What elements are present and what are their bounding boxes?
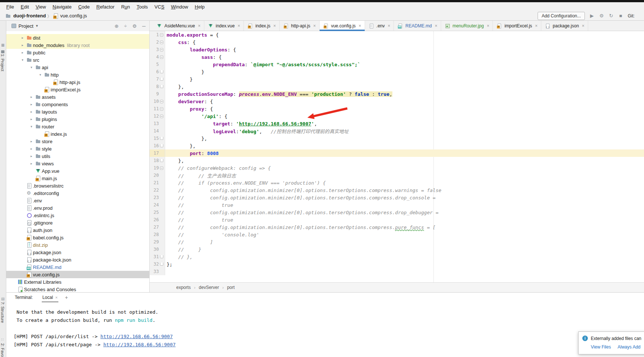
tree-row-src[interactable]: ▾src xyxy=(6,56,149,64)
toolwindow-grid-icon[interactable]: ▦ xyxy=(1,43,4,47)
fold-open-icon[interactable] xyxy=(160,41,163,44)
tree-row-browserslistrc[interactable]: .browserslistrc xyxy=(6,182,149,189)
menu-item-tools[interactable]: Tools xyxy=(133,4,151,10)
code-editor[interactable]: 1module.exports = {2 css: {3 loaderOptio… xyxy=(150,31,644,282)
collapse-all-icon[interactable]: ÷ xyxy=(124,23,127,29)
chevron-collapsed-icon[interactable]: ▸ xyxy=(19,36,26,40)
editor-crumb-port[interactable]: port xyxy=(227,285,235,290)
close-icon[interactable]: × xyxy=(273,23,276,28)
close-icon[interactable]: × xyxy=(435,23,437,28)
chevron-expanded-icon[interactable]: ▾ xyxy=(28,65,35,69)
tree-row-package-lock-json[interactable]: package-lock.json xyxy=(6,256,149,263)
new-terminal-icon[interactable]: + xyxy=(65,294,68,300)
fold-end-icon[interactable] xyxy=(160,263,163,266)
menu-item-view[interactable]: View xyxy=(32,4,49,10)
git-widget-label[interactable]: Git: xyxy=(628,13,637,18)
tab-index-js[interactable]: index.js× xyxy=(244,21,280,31)
tree-row-assets[interactable]: ▸assets xyxy=(6,93,149,101)
chevron-expanded-icon[interactable]: ▾ xyxy=(28,125,35,128)
fold-marker[interactable] xyxy=(159,255,164,258)
chevron-collapsed-icon[interactable]: ▸ xyxy=(28,139,35,143)
stripe-favorites-button[interactable]: 2: Favorites xyxy=(0,343,5,357)
project-panel-title[interactable]: Project xyxy=(18,23,33,29)
fold-open-icon[interactable] xyxy=(160,115,163,118)
menu-item-file[interactable]: File xyxy=(3,4,17,10)
tree-row-auth-json[interactable]: auth.json xyxy=(6,226,149,234)
tab-package-json[interactable]: package.json× xyxy=(541,21,588,31)
tab-vue-config-js[interactable]: vue.config.js× xyxy=(320,21,365,31)
menu-item-edit[interactable]: Edit xyxy=(17,4,32,10)
run-icon[interactable]: ▶ xyxy=(589,13,595,18)
chevron-collapsed-icon[interactable]: ▸ xyxy=(28,154,35,158)
tree-row-readme-md[interactable]: README.md xyxy=(6,263,149,271)
fold-marker[interactable] xyxy=(159,55,164,59)
fold-marker[interactable] xyxy=(159,263,164,266)
menu-item-window[interactable]: Window xyxy=(168,4,191,10)
fold-end-icon[interactable] xyxy=(160,78,163,81)
chevron-collapsed-icon[interactable]: ▸ xyxy=(28,162,35,165)
chevron-collapsed-icon[interactable]: ▸ xyxy=(28,110,35,114)
chevron-collapsed-icon[interactable]: ▸ xyxy=(28,147,35,151)
tab-menurouter-jpg[interactable]: menuRouter.jpg× xyxy=(441,21,493,31)
fold-marker[interactable] xyxy=(159,70,164,73)
tree-row-style[interactable]: ▸style xyxy=(6,145,149,152)
tree-row-editorconfig[interactable]: .editorconfig xyxy=(6,189,149,197)
tab-readme-md[interactable]: README.md× xyxy=(394,21,441,31)
menu-item-vcs[interactable]: VCS xyxy=(151,4,168,10)
tree-row-http[interactable]: ▾http xyxy=(6,71,149,78)
stripe-structure-button[interactable]: 7: Structure xyxy=(0,302,5,323)
stripe-project-button[interactable]: 1: Project xyxy=(0,50,5,71)
tab-http-api-js[interactable]: http-api.js× xyxy=(280,21,320,31)
fold-marker[interactable] xyxy=(159,137,164,140)
tree-row-env-prod[interactable]: .env.prod xyxy=(6,204,149,212)
tree-row-eslintrc-js[interactable]: .eslintrc.js xyxy=(6,212,149,219)
always-add-link[interactable]: Always Add xyxy=(617,344,640,350)
fold-end-icon[interactable] xyxy=(160,144,163,147)
tree-row-env[interactable]: .env xyxy=(6,197,149,204)
stop-icon[interactable]: ■ xyxy=(617,13,624,18)
tree-row-public[interactable]: ▸public xyxy=(6,49,149,56)
chevron-expanded-icon[interactable]: ▾ xyxy=(37,73,44,77)
tree-row-node-modules[interactable]: ▸node_moduleslibrary root xyxy=(6,41,149,49)
tree-row-dist-zip[interactable]: dist.zip xyxy=(6,241,149,249)
menu-item-navigate[interactable]: Navigate xyxy=(49,4,75,10)
tree-row-dist[interactable]: ▸dist xyxy=(6,34,149,41)
fold-marker[interactable] xyxy=(159,41,164,44)
close-icon[interactable]: × xyxy=(487,23,489,28)
view-files-link[interactable]: View Files xyxy=(591,344,611,350)
terminal-tab-local[interactable]: Local× xyxy=(42,293,58,302)
tree-row-gitignore[interactable]: .gitignore xyxy=(6,219,149,226)
close-icon[interactable]: × xyxy=(359,23,361,28)
tree-row-babel-config-js[interactable]: babel.config.js xyxy=(6,234,149,241)
chevron-collapsed-icon[interactable]: ▸ xyxy=(28,102,35,106)
fold-open-icon[interactable] xyxy=(160,48,163,51)
close-icon[interactable]: × xyxy=(388,23,390,28)
locate-icon[interactable]: ⊕ xyxy=(115,23,119,29)
fold-open-icon[interactable] xyxy=(160,166,163,170)
structure-icon[interactable]: ▤ xyxy=(1,297,4,301)
fold-marker[interactable] xyxy=(159,115,164,118)
fold-open-icon[interactable] xyxy=(160,33,163,37)
fold-marker[interactable] xyxy=(159,48,164,51)
tree-row-index-js[interactable]: index.js xyxy=(6,130,149,138)
fold-marker[interactable] xyxy=(159,78,164,81)
tab-asidemenu-vue[interactable]: AsideMenu.vue× xyxy=(153,21,204,31)
tree-row-scratches-and-consoles[interactable]: Scratches and Consoles xyxy=(6,286,149,292)
add-configuration-button[interactable]: Add Configuration... xyxy=(538,12,585,20)
tree-row-utils[interactable]: ▸utils xyxy=(6,152,149,160)
tree-row-router[interactable]: ▾router xyxy=(6,123,149,130)
tree-row-components[interactable]: ▸components xyxy=(6,101,149,108)
chevron-collapsed-icon[interactable]: ▸ xyxy=(28,117,35,121)
gear-icon[interactable]: ⚙ xyxy=(598,13,605,18)
close-icon[interactable]: × xyxy=(238,23,240,28)
fold-marker[interactable] xyxy=(159,144,164,147)
chevron-collapsed-icon[interactable]: ▸ xyxy=(19,51,26,54)
breadcrumb-project[interactable]: duoji-frontend xyxy=(13,13,46,18)
fold-marker[interactable] xyxy=(159,85,164,88)
tree-row-layouts[interactable]: ▸layouts xyxy=(6,108,149,115)
menu-item-help[interactable]: Help xyxy=(191,4,208,10)
fold-end-icon[interactable] xyxy=(160,85,163,88)
tree-row-views[interactable]: ▸views xyxy=(6,160,149,167)
update-icon[interactable]: ↻ xyxy=(608,13,614,18)
close-icon[interactable]: × xyxy=(55,295,57,300)
